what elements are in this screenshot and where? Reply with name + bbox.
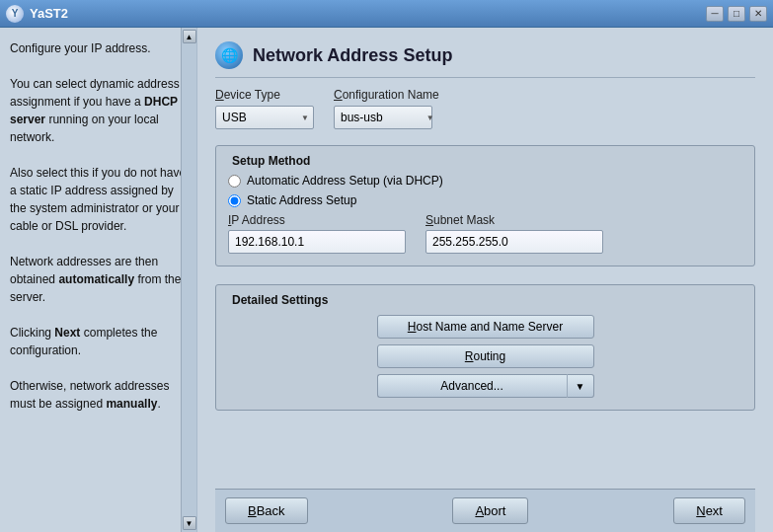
routing-button[interactable]: Routing <box>377 344 594 368</box>
app-icon: Y <box>6 5 24 23</box>
config-name-label: Configuration Name <box>334 88 439 102</box>
static-radio-label[interactable]: Static Address Setup <box>247 193 356 207</box>
device-type-select-wrapper[interactable]: USB Ethernet Wireless <box>215 106 314 129</box>
static-radio-row: Static Address Setup <box>228 193 742 207</box>
config-name-select[interactable]: bus-usb <box>334 106 432 129</box>
titlebar-controls[interactable]: ─ □ ✕ <box>706 6 767 22</box>
static-radio[interactable] <box>228 194 241 207</box>
app-title: YaST2 <box>30 6 68 21</box>
page-icon <box>215 41 243 69</box>
close-button[interactable]: ✕ <box>749 6 767 22</box>
subnet-mask-label: Subnet Mask <box>425 213 603 227</box>
detailed-settings-legend: Detailed Settings <box>228 293 742 307</box>
setup-method-fieldset: Setup Method Automatic Address Setup (vi… <box>215 145 755 266</box>
sidebar-scrollbar[interactable]: ▲ ▼ <box>181 28 196 532</box>
host-name-button[interactable]: Host Name and Name Server <box>377 315 594 339</box>
subnet-mask-input[interactable] <box>425 230 603 254</box>
next-button[interactable]: Next <box>673 497 745 524</box>
device-type-select[interactable]: USB Ethernet Wireless <box>215 106 314 129</box>
content-area: Network Address Setup Device Type USB Et… <box>197 28 773 532</box>
titlebar: Y YaST2 ─ □ ✕ <box>0 0 773 28</box>
form-area: Device Type USB Ethernet Wireless Config… <box>215 88 755 489</box>
dhcp-radio-row: Automatic Address Setup (via DHCP) <box>228 174 742 188</box>
sidebar: Configure your IP address. You can selec… <box>0 28 197 532</box>
back-button[interactable]: BBack <box>225 497 308 524</box>
advanced-btn-wrapper: Advanced... ▼ <box>377 374 594 398</box>
subnet-mask-group: Subnet Mask <box>425 213 603 254</box>
dhcp-radio[interactable] <box>228 175 241 188</box>
device-type-group: Device Type USB Ethernet Wireless <box>215 88 314 129</box>
ip-fields-row: IP Address Subnet Mask <box>228 213 742 254</box>
chevron-down-icon: ▼ <box>576 381 585 392</box>
ip-address-group: IP Address <box>228 213 406 254</box>
device-config-row: Device Type USB Ethernet Wireless Config… <box>215 88 755 129</box>
detail-buttons: Host Name and Name Server Routing Advanc… <box>228 315 742 398</box>
page-title: Network Address Setup <box>253 45 452 66</box>
advanced-dropdown-button[interactable]: ▼ <box>567 374 594 398</box>
scroll-up-button[interactable]: ▲ <box>183 30 196 43</box>
advanced-button[interactable]: Advanced... <box>377 374 567 398</box>
ip-address-label: IP Address <box>228 213 406 227</box>
abort-button[interactable]: Abort <box>452 497 528 524</box>
detailed-settings-fieldset: Detailed Settings Host Name and Name Ser… <box>215 284 755 411</box>
sidebar-text: Configure your IP address. You can selec… <box>10 39 187 520</box>
main-container: Configure your IP address. You can selec… <box>0 28 773 532</box>
bottom-bar: BBack Abort Next <box>215 489 755 532</box>
dhcp-radio-label[interactable]: Automatic Address Setup (via DHCP) <box>247 174 443 188</box>
maximize-button[interactable]: □ <box>728 6 745 22</box>
minimize-button[interactable]: ─ <box>706 6 724 22</box>
titlebar-left: Y YaST2 <box>6 5 68 23</box>
page-title-row: Network Address Setup <box>215 41 755 78</box>
config-name-group: Configuration Name bus-usb <box>334 88 439 129</box>
setup-method-legend: Setup Method <box>228 154 742 168</box>
ip-address-input[interactable] <box>228 230 406 254</box>
scroll-down-button[interactable]: ▼ <box>183 516 196 530</box>
device-type-label: Device Type <box>215 88 314 102</box>
config-name-select-wrapper[interactable]: bus-usb <box>334 106 439 129</box>
